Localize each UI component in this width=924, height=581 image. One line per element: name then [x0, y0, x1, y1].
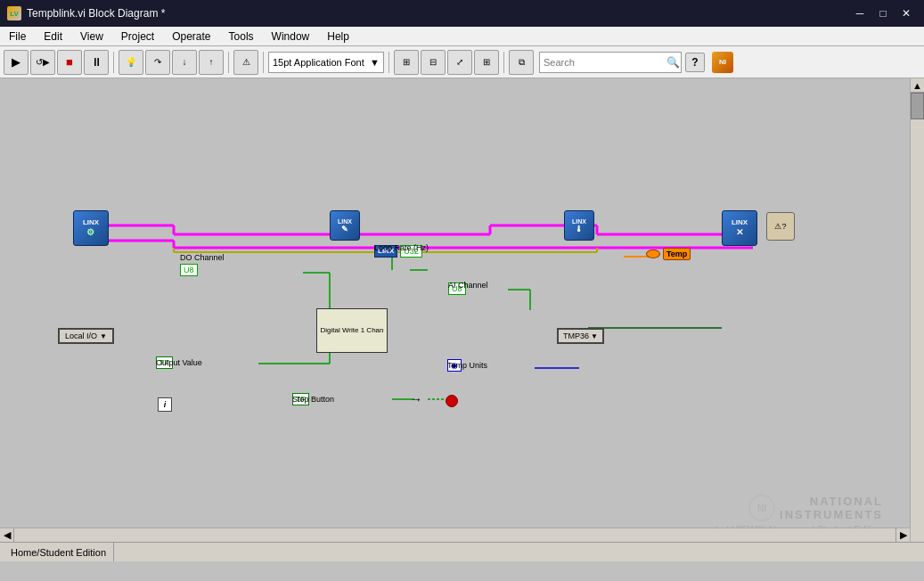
menu-bar: File Edit View Project Operate Tools Win… [0, 27, 924, 46]
minimize-button[interactable]: ─ [849, 4, 871, 22]
app-icon: LV [7, 6, 21, 20]
loop-rate-group: Loop Rate (Hz) LINX U32 [374, 243, 422, 258]
iteration-terminal[interactable]: i [158, 397, 172, 412]
step-over-button[interactable]: ↷ [145, 50, 170, 75]
window-title: Tempblink.vi Block Diagram * [27, 7, 165, 20]
extra-button[interactable]: ⧉ [509, 50, 534, 75]
pause-button[interactable]: ⏸ [84, 50, 109, 75]
temp-units-group: Temp Units ◉ [447, 359, 462, 372]
search-input[interactable] [544, 57, 666, 68]
local-io-control[interactable]: Local I/O ▼ [58, 328, 114, 344]
reorder-button[interactable]: ⊞ [474, 50, 499, 75]
do-channel-label: DO Channel [180, 253, 225, 262]
tmp36-label: TMP36 [563, 331, 589, 340]
status-bar: Home/Student Edition [0, 542, 924, 561]
distribute-button[interactable]: ⊟ [421, 50, 446, 75]
scroll-thumb-vertical[interactable] [911, 93, 924, 119]
help-button[interactable]: ? [685, 53, 705, 72]
menu-edit[interactable]: Edit [35, 27, 71, 45]
while-loop-not: → [410, 392, 422, 406]
resize-button[interactable]: ⤢ [447, 50, 472, 75]
menu-tools[interactable]: Tools [220, 27, 263, 45]
diagram-area[interactable]: LINX ⚙ Local I/O ▼ DO Channel U8 Loop Ra… [0, 78, 924, 561]
tmp36-control[interactable]: TMP36 ▼ [557, 328, 604, 344]
window-controls: ─ □ ✕ [849, 4, 917, 22]
menu-project[interactable]: Project [112, 27, 163, 45]
stop-button-label: Stop Button [292, 395, 334, 404]
temp-led [646, 250, 660, 258]
search-box: 🔍 [539, 52, 682, 73]
linx-node-loop-left[interactable]: LINX ✎ [330, 210, 360, 241]
stop-button-group: Stop Button TF [292, 393, 309, 405]
menu-file[interactable]: File [0, 27, 35, 45]
temp-units-label: Temp Units [447, 361, 487, 370]
ni-text: NATIONAL INSTRUMENTS [780, 495, 883, 521]
run-button[interactable]: ▶ [4, 50, 29, 75]
ni-logo-circle: NI [748, 495, 775, 521]
align-button[interactable]: ⊞ [394, 50, 419, 75]
menu-window[interactable]: Window [263, 27, 319, 45]
menu-view[interactable]: View [71, 27, 112, 45]
linx-node-left[interactable]: LINX ⚙ [73, 210, 109, 246]
ai-channel-label: AI Channel [448, 281, 488, 290]
local-io-label: Local I/O [65, 331, 97, 340]
step-out-button[interactable]: ↑ [199, 50, 224, 75]
digital-write-vi[interactable]: Digital Write 1 Chan [316, 308, 388, 353]
scroll-left-button[interactable]: ◀ [0, 528, 14, 542]
output-value-label: Output Value [156, 358, 202, 367]
sep3 [263, 52, 264, 73]
abort-button[interactable]: ■ [57, 50, 82, 75]
horizontal-scrollbar[interactable]: ◀ ▶ [0, 528, 910, 542]
do-channel-group: DO Channel U8 [180, 264, 198, 276]
search-icon[interactable]: 🔍 [666, 56, 680, 69]
scroll-track-horizontal [14, 528, 895, 542]
menu-operate[interactable]: Operate [163, 27, 219, 45]
loop-rate-label: Loop Rate (Hz) [374, 243, 429, 252]
close-button[interactable]: ✕ [895, 4, 917, 22]
error-handler-icon: ⚠? [766, 212, 795, 241]
step-into-button[interactable]: ↓ [172, 50, 197, 75]
temp-indicator[interactable]: Temp [646, 248, 691, 260]
edition-status: Home/Student Edition [4, 543, 114, 561]
error-handler-node[interactable]: ⚠? [766, 212, 795, 241]
menu-help[interactable]: Help [318, 27, 358, 45]
temp-label: Temp [663, 248, 691, 260]
warn-button[interactable]: ⚠ [233, 50, 258, 75]
do-channel-terminal[interactable]: U8 [180, 264, 198, 276]
run-continuously-button[interactable]: ↺▶ [30, 50, 55, 75]
scroll-up-button[interactable]: ▲ [911, 78, 924, 93]
title-bar: LV Tempblink.vi Block Diagram * ─ □ ✕ [0, 0, 924, 27]
digital-write-label: Digital Write 1 Chan [321, 326, 384, 335]
ni-logo-toolbar: NI [710, 50, 735, 75]
linx-node-right[interactable]: LINX ✕ [722, 210, 757, 246]
output-value-group: Output Value TF [156, 356, 173, 369]
vertical-scrollbar[interactable]: ▲ [910, 78, 924, 542]
highlight-button[interactable]: 💡 [119, 50, 143, 75]
linx-node-tmp36[interactable]: LINX 🌡 [564, 210, 594, 241]
sep1 [113, 52, 114, 73]
wire-layer [0, 78, 910, 561]
font-dropdown[interactable]: 15pt Application Font ▼ [268, 52, 384, 73]
sep4 [388, 52, 389, 73]
font-label: 15pt Application Font [273, 57, 364, 68]
stop-circle[interactable] [446, 395, 458, 409]
diagram-canvas: LINX ⚙ Local I/O ▼ DO Channel U8 Loop Ra… [0, 78, 910, 561]
font-dropdown-arrow: ▼ [370, 57, 380, 68]
ai-channel-group: AI Channel U8 [448, 281, 466, 295]
maximize-button[interactable]: □ [872, 4, 894, 22]
sep2 [228, 52, 229, 73]
toolbar: ▶ ↺▶ ■ ⏸ 💡 ↷ ↓ ↑ ⚠ 15pt Application Font… [0, 46, 924, 78]
scroll-right-button[interactable]: ▶ [895, 528, 910, 542]
sep5 [503, 52, 504, 73]
